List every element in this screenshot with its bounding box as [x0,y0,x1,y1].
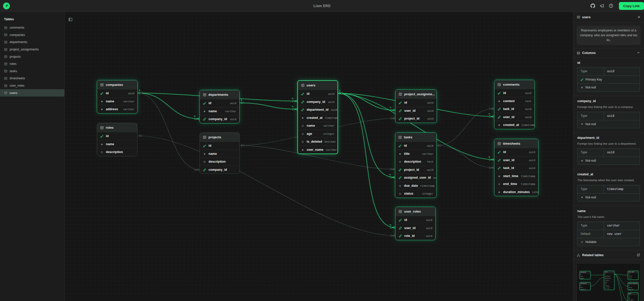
sidebar-item-users[interactable]: users [0,89,64,97]
table-icon [577,15,580,19]
diamond-o-icon [580,240,584,244]
edge-users-project_assignments: 1n [338,89,395,111]
erd-table-node-users[interactable]: usersiduuidcompany_iduuiddepartment_iduu… [297,80,338,154]
diamond-icon [497,123,501,127]
table-node-header: roles [97,123,137,132]
column-detail-name: nameThe user's full name.TypevarcharDefa… [573,206,644,251]
erd-table-node-roles[interactable]: rolesidnamedescription [97,123,137,156]
close-panel-button[interactable]: ✕ [638,15,640,19]
link-icon [399,117,402,121]
erd-table-node-user_roles[interactable]: user_rolesiduuiduser_iduuidrole_iduuid [395,207,436,240]
erd-table-node-timesheets[interactable]: timesheetsiduuiduser_iduuidtask_iduuidst… [494,139,539,196]
column-row-users-name: namevarchar [298,122,337,130]
erd-table-node-projects[interactable]: projectsidnamedescriptioncompany_id [200,133,240,174]
flag-row-not-null: Not-null [578,193,640,201]
diamond-icon [398,152,402,156]
attr-value: varchar [604,222,620,230]
column-name: id [209,101,211,105]
diamond-o-icon [301,124,305,128]
diamond-o-icon [100,150,104,154]
column-detail-name: created_at [577,173,640,176]
collapse-columns-button[interactable] [636,51,640,55]
column-name: id [307,92,310,96]
sidebar-item-roles[interactable]: roles [0,60,64,68]
column-type: uuid [427,109,434,112]
column-detail-description: Foreign key linking the user to a compan… [577,105,640,109]
minimap-column-name: user_id [629,287,632,289]
column-row-projects-id: id [200,142,239,150]
column-type: uuid [529,150,535,154]
sidebar-item-project_assignments[interactable]: project_assignments [0,46,64,53]
column-detail-department_id: department_idForeign key linking the use… [573,133,644,169]
table-node-header: comments [494,80,534,89]
key-icon [100,92,104,95]
column-type: varchar [225,110,236,113]
svg-text:n: n [390,106,391,109]
column-name: end_time [503,182,517,186]
erd-table-node-companies[interactable]: companiesiduuidnamevarcharaddressvarchar [97,80,138,114]
column-name: user_id [503,115,514,119]
sidebar-item-user_roles[interactable]: user_roles [0,82,64,89]
sidebar-item-timesheets[interactable]: timesheets [0,75,64,82]
minimap-column-name: name [605,281,607,283]
table-icon [100,83,104,87]
sidebar-item-projects[interactable]: projects [0,53,64,60]
related-tables-minimap[interactable]: companiesidnameaddressdepartmentsidnamec… [577,263,641,301]
sidebar-item-comments[interactable]: comments [0,24,64,31]
column-name: due_date [404,184,418,187]
minimap-edge [591,277,604,286]
columns-section-title: Columns [582,51,596,55]
column-name: id [106,91,109,95]
app-title: Liam ERD [313,4,331,8]
minimap-column-row: title [628,297,638,299]
column-row-user_roles-id: iduuid [396,216,435,224]
minimap-edge [591,275,604,275]
diamond-o-icon [497,182,501,186]
minimap-column-name: id [605,273,605,275]
minimap-column-row: id [628,285,638,287]
link-icon [203,168,206,172]
announcement-icon[interactable] [600,4,604,8]
erd-table-node-project_assignments[interactable]: project_assignme...iduuiduser_iduuidproj… [395,89,437,123]
tables-list: commentscompaniesdepartmentsproject_assi… [0,24,64,97]
column-name: is_deleted [307,140,322,143]
column-type: uuid [529,159,535,162]
diamond-o-icon [398,184,402,187]
open-related-diagram-button[interactable] [636,253,640,257]
table-icon [4,84,7,87]
help-icon[interactable] [609,4,614,8]
flag-label: Not-null [585,86,596,89]
sidebar-item-companies[interactable]: companies [0,31,64,39]
sidebar-item-label: roles [10,62,16,66]
key-icon [399,101,402,105]
toggle-sidebar-button[interactable] [68,17,73,23]
column-name: start_time [503,174,518,178]
column-row-tasks-title: titlevarchar [395,150,436,158]
table-icon [4,91,7,95]
sidebar-item-label: users [10,91,17,95]
erd-canvas[interactable]: 1nn1n1nnnnn companiesiduuidnamevarcharad… [65,12,573,301]
erd-table-node-departments[interactable]: departmentsiduuidnamevarcharcompany_iduu… [200,90,240,123]
column-type: timestamp [325,116,338,119]
column-type: text [525,100,531,103]
detail-panel: users ✕ Represents employees or members … [573,12,644,301]
attr-value: uuid [604,67,614,76]
minimap-column-name: is_deleted [605,285,609,287]
minimap-column-row: id [604,273,614,275]
link-icon [398,168,402,172]
sidebar-item-tasks[interactable]: tasks [0,68,64,75]
github-icon[interactable] [591,4,595,8]
key-icon [399,218,402,222]
sidebar-item-departments[interactable]: departments [0,39,64,46]
copy-link-button[interactable]: Copy Link [619,2,644,10]
attr-row-type: Typeuuid [578,148,640,157]
attr-value: uuid [604,148,614,157]
columns-section-header: Columns [573,48,644,58]
flag-row-not-null: Not-null [578,83,640,91]
column-row-user_roles-user_id: user_iduuid [396,224,435,232]
erd-table-node-tasks[interactable]: tasksiduuidtitlevarchardescriptiontextpr… [395,133,437,198]
column-type: uuid [427,101,434,104]
sidebar-item-label: project_assignments [10,48,39,51]
column-row-users-id: iduuid [298,90,337,98]
erd-table-node-comments[interactable]: commentsiduuidcontenttexttask_iduuiduser… [494,80,535,129]
